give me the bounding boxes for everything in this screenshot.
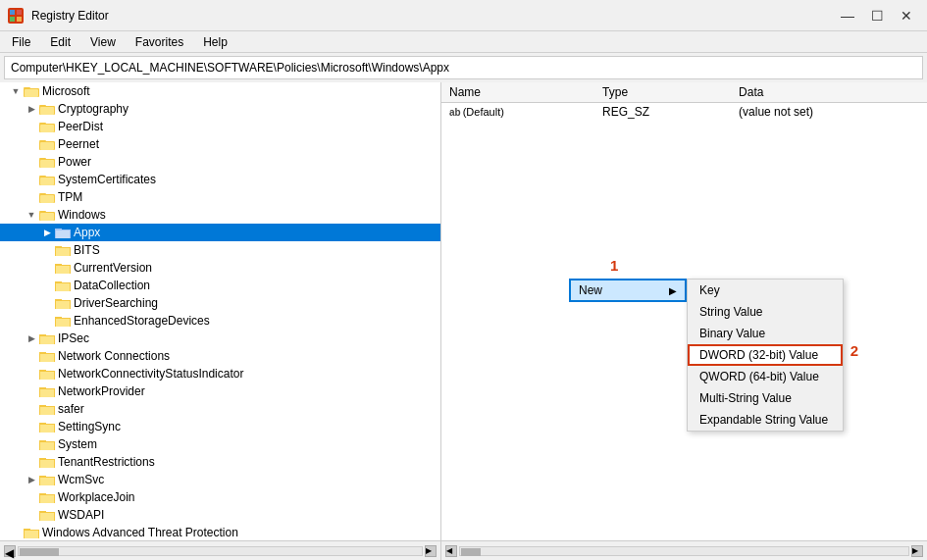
- scroll-thumb2[interactable]: [461, 548, 481, 556]
- svg-rect-36: [56, 266, 70, 274]
- scroll-thumb[interactable]: [20, 548, 59, 556]
- submenu-item-string-value[interactable]: String Value: [688, 301, 843, 323]
- menu-help[interactable]: Help: [195, 33, 235, 51]
- svg-rect-2: [10, 17, 15, 22]
- menu-view[interactable]: View: [82, 33, 124, 51]
- tree-label: TenantRestrictions: [55, 453, 155, 471]
- col-type: Type: [594, 82, 731, 102]
- tree-item-workplacejoin[interactable]: ▶ WorkplaceJoin: [0, 488, 440, 506]
- tree-item-ipsec[interactable]: ▶ IPSec: [0, 330, 440, 347]
- submenu-item-multi-string[interactable]: Multi-String Value: [688, 387, 843, 409]
- tree-item-peerdist[interactable]: ▶ PeerDist: [0, 118, 440, 135]
- tree-item-power[interactable]: ▶ Power: [0, 153, 440, 171]
- step2-label: 2: [850, 342, 858, 359]
- tree-item-wcmsvc[interactable]: ▶ WcmSvc: [0, 471, 440, 488]
- expand-icon[interactable]: ▼: [8, 83, 24, 99]
- tree-label: System: [55, 435, 97, 453]
- tree-item-networkprovider[interactable]: ▶ NetworkProvider: [0, 382, 440, 400]
- submenu-item-dword[interactable]: DWORD (32-bit) Value 2: [688, 344, 843, 366]
- folder-icon: [39, 173, 55, 186]
- submenu-item-binary-value[interactable]: Binary Value: [688, 323, 843, 344]
- maximize-button[interactable]: ☐: [864, 7, 890, 25]
- folder-icon: [55, 279, 71, 292]
- scroll-right-btn[interactable]: ▶: [425, 545, 437, 557]
- tree-label: NetworkConnectivityStatusIndicator: [55, 365, 243, 382]
- menu-file[interactable]: File: [4, 33, 38, 51]
- new-context-button[interactable]: New ▶: [569, 279, 687, 302]
- folder-icon: [39, 384, 55, 398]
- table-row[interactable]: ab(Default) REG_SZ (value not set): [441, 102, 927, 121]
- tree-label: BITS: [71, 241, 100, 259]
- svg-rect-1: [17, 10, 22, 15]
- tree-item-watp[interactable]: ▶ Windows Advanced Threat Protection: [0, 524, 440, 540]
- tree-item-settingsync[interactable]: ▶ SettingSync: [0, 418, 440, 435]
- right-panel: Name Type Data ab(Default) REG_SZ (value…: [441, 82, 927, 540]
- tree-item-driversearching[interactable]: ▶ DriverSearching: [0, 294, 440, 312]
- folder-icon: [39, 402, 55, 416]
- folder-icon: [39, 120, 55, 133]
- tree-label: SystemCertificates: [55, 171, 156, 188]
- tree-item-microsoft[interactable]: ▼ Microsoft: [0, 82, 440, 100]
- svg-rect-6: [25, 89, 38, 97]
- tree-label: WSDAPI: [55, 506, 104, 524]
- minimize-button[interactable]: —: [835, 7, 860, 25]
- scroll-right2-btn[interactable]: ▶: [911, 545, 923, 557]
- folder-icon: [39, 137, 55, 151]
- address-value: Computer\HKEY_LOCAL_MACHINE\SOFTWARE\Pol…: [11, 61, 449, 75]
- tree-item-systemcertificates[interactable]: ▶ SystemCertificates: [0, 171, 440, 188]
- tree-label: Peernet: [55, 135, 99, 153]
- svg-rect-57: [40, 389, 54, 397]
- tree-item-datacollection[interactable]: ▶ DataCollection: [0, 277, 440, 294]
- submenu-item-qword[interactable]: QWORD (64-bit) Value: [688, 366, 843, 387]
- address-bar[interactable]: Computer\HKEY_LOCAL_MACHINE\SOFTWARE\Pol…: [4, 56, 923, 79]
- tree-item-windows[interactable]: ▼ Windows: [0, 206, 440, 224]
- tree-item-safer[interactable]: ▶ safer: [0, 400, 440, 418]
- expand-icon[interactable]: ▶: [24, 331, 39, 346]
- folder-icon: [39, 490, 55, 504]
- values-table: Name Type Data ab(Default) REG_SZ (value…: [441, 82, 927, 121]
- menu-edit[interactable]: Edit: [42, 33, 78, 51]
- folder-icon: [39, 102, 55, 116]
- scroll-left2-btn[interactable]: ◀: [445, 545, 457, 557]
- tree-item-system[interactable]: ▶ System: [0, 435, 440, 453]
- tree-item-ncsi[interactable]: ▶ NetworkConnectivityStatusIndicator: [0, 365, 440, 382]
- menu-bar: File Edit View Favorites Help: [0, 31, 927, 53]
- scroll-track2: [459, 546, 909, 556]
- expand-icon[interactable]: ▼: [24, 207, 39, 223]
- svg-rect-9: [40, 107, 54, 115]
- submenu-item-expandable-string[interactable]: Expandable String Value: [688, 409, 843, 431]
- svg-rect-54: [40, 372, 54, 380]
- tree-item-currentversion[interactable]: ▶ CurrentVersion: [0, 259, 440, 277]
- close-button[interactable]: ✕: [894, 7, 919, 25]
- tree-item-appx[interactable]: ▶ Appx: [0, 224, 440, 241]
- folder-icon: [39, 367, 55, 381]
- main-content: ▼ Microsoft ▶ Cryptography ▶: [0, 82, 927, 540]
- folder-icon: [55, 296, 71, 310]
- tree-item-wsdapi[interactable]: ▶ WSDAPI: [0, 506, 440, 524]
- tree-label: DataCollection: [71, 277, 150, 294]
- expand-icon[interactable]: ▶: [24, 101, 39, 117]
- tree-label: DriverSearching: [71, 294, 158, 312]
- folder-icon: [55, 314, 71, 328]
- menu-favorites[interactable]: Favorites: [128, 33, 191, 51]
- tree-item-peernet[interactable]: ▶ Peernet: [0, 135, 440, 153]
- folder-icon: [39, 349, 55, 363]
- tree-item-enhancedstoragedevices[interactable]: ▶ EnhancedStorageDevices: [0, 312, 440, 330]
- svg-rect-3: [17, 17, 22, 22]
- scroll-track: [18, 546, 423, 556]
- expand-icon[interactable]: ▶: [24, 472, 39, 487]
- tree-label: Windows: [55, 206, 106, 224]
- tree-item-tenantrestrictions[interactable]: ▶ TenantRestrictions: [0, 453, 440, 471]
- new-button-label: New: [579, 283, 602, 297]
- expand-icon[interactable]: ▶: [39, 225, 55, 240]
- tree-item-cryptography[interactable]: ▶ Cryptography: [0, 100, 440, 118]
- tree-item-bits[interactable]: ▶ BITS: [0, 241, 440, 259]
- tree-item-tpm[interactable]: ▶ TPM: [0, 188, 440, 206]
- scroll-left-btn[interactable]: ◀: [4, 545, 16, 557]
- tree-panel[interactable]: ▼ Microsoft ▶ Cryptography ▶: [0, 82, 441, 540]
- folder-icon: [39, 473, 55, 486]
- tree-item-network-connections[interactable]: ▶ Network Connections: [0, 347, 440, 365]
- submenu-item-key[interactable]: Key: [688, 280, 843, 301]
- svg-rect-75: [40, 495, 54, 503]
- title-bar-left: Registry Editor: [8, 8, 109, 24]
